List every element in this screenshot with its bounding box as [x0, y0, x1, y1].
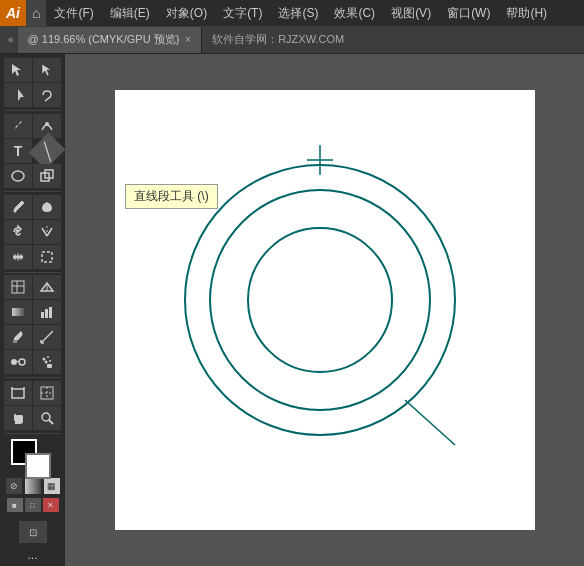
- artboard: [115, 90, 535, 530]
- svg-point-39: [210, 190, 430, 410]
- slice-tool[interactable]: [33, 381, 61, 405]
- more-tools-button[interactable]: ...: [27, 548, 37, 562]
- artboard-nav: ⊡: [19, 521, 47, 543]
- eyedropper-tools-row: [4, 325, 61, 349]
- tab-close-button[interactable]: ×: [185, 34, 191, 45]
- drawing-canvas: [115, 90, 535, 530]
- rotate-tool[interactable]: [4, 220, 32, 244]
- svg-point-24: [45, 361, 48, 364]
- menu-object[interactable]: 对象(O): [158, 0, 215, 26]
- artboard-tools-row: [4, 381, 61, 405]
- svg-point-5: [14, 209, 17, 212]
- svg-rect-16: [13, 340, 17, 343]
- toolbar-divider-5: [5, 433, 61, 434]
- selection-tool[interactable]: [4, 58, 32, 82]
- blend-tool[interactable]: [4, 350, 32, 374]
- svg-rect-14: [45, 309, 48, 318]
- chart-tool[interactable]: [33, 300, 61, 324]
- left-toolbar: T ╱: [0, 54, 65, 566]
- hand-tool[interactable]: [4, 406, 32, 430]
- svg-rect-7: [42, 252, 52, 262]
- gradient-icon[interactable]: [25, 478, 41, 494]
- color-mode-icons: ⊘ ▦: [6, 478, 60, 494]
- site-label: 软件自学网：RJZXW.COM: [202, 32, 354, 47]
- paintbrush-tool[interactable]: [4, 195, 32, 219]
- svg-rect-12: [12, 308, 24, 316]
- svg-rect-33: [14, 414, 16, 421]
- blend-tools-row: [4, 350, 61, 374]
- stroke-color[interactable]: [25, 453, 51, 479]
- svg-line-35: [49, 420, 53, 424]
- none-icon[interactable]: ⊘: [6, 478, 22, 494]
- home-icon[interactable]: ⌂: [26, 0, 46, 26]
- artboard-tool[interactable]: [4, 381, 32, 405]
- main-layout: T ╱: [0, 54, 584, 566]
- pen-tools-row: [4, 114, 61, 138]
- menu-effect[interactable]: 效果(C): [326, 0, 383, 26]
- mesh-tool[interactable]: [4, 275, 32, 299]
- paintbrush-tools-row: [4, 195, 61, 219]
- svg-line-41: [405, 400, 455, 445]
- svg-rect-26: [47, 364, 52, 368]
- color-buttons: ■ □ ✕: [7, 498, 59, 512]
- reflect-tool[interactable]: [33, 220, 61, 244]
- toolbar-divider-1: [5, 110, 61, 111]
- svg-line-17: [41, 331, 53, 343]
- svg-point-23: [47, 356, 49, 358]
- width-tool[interactable]: [4, 245, 32, 269]
- free-transform-tool[interactable]: [33, 245, 61, 269]
- svg-marker-0: [18, 89, 24, 101]
- measure-tool[interactable]: [33, 325, 61, 349]
- stroke-icon[interactable]: □: [25, 498, 41, 512]
- active-tab[interactable]: @ 119.66% (CMYK/GPU 预览) ×: [18, 27, 203, 53]
- svg-rect-15: [49, 307, 52, 318]
- color-swatches[interactable]: [11, 439, 55, 473]
- lasso-tools-row: [4, 83, 61, 107]
- menu-view[interactable]: 视图(V): [383, 0, 439, 26]
- rotate-tools-row: [4, 220, 61, 244]
- pattern-icon[interactable]: ▦: [44, 478, 60, 494]
- menu-help[interactable]: 帮助(H): [498, 0, 555, 26]
- ellipse-tool[interactable]: [4, 164, 32, 188]
- menu-text[interactable]: 文字(T): [215, 0, 270, 26]
- gradient-tools-row: [4, 300, 61, 324]
- canvas-area: 直线段工具 (\): [65, 54, 584, 566]
- direct-select-tool[interactable]: [33, 58, 61, 82]
- blob-brush-tool[interactable]: [33, 195, 61, 219]
- svg-rect-13: [41, 312, 44, 318]
- svg-rect-8: [12, 281, 24, 293]
- svg-point-22: [43, 358, 46, 361]
- artboard-nav-icon[interactable]: ⊡: [19, 521, 47, 543]
- none-stroke-icon[interactable]: ✕: [43, 498, 59, 512]
- eyedropper-tool[interactable]: [4, 325, 32, 349]
- menu-file[interactable]: 文件(F): [46, 0, 101, 26]
- toolbar-divider-3: [5, 272, 61, 273]
- symbol-sprayer-tool[interactable]: [33, 350, 61, 374]
- magic-wand-tool[interactable]: [4, 83, 32, 107]
- svg-point-21: [19, 359, 25, 365]
- svg-point-25: [49, 360, 51, 362]
- perspective-grid-tool[interactable]: [33, 275, 61, 299]
- mesh-tools-row: [4, 275, 61, 299]
- tab-label: @ 119.66% (CMYK/GPU 预览): [28, 32, 180, 47]
- tab-collapse-icon[interactable]: «: [4, 34, 18, 45]
- pen-tool[interactable]: [4, 114, 32, 138]
- svg-point-2: [12, 171, 24, 181]
- selection-tools-row: [4, 58, 61, 82]
- menu-select[interactable]: 选择(S): [270, 0, 326, 26]
- type-tools-row: T ╱: [4, 139, 61, 163]
- lasso-tool[interactable]: [33, 83, 61, 107]
- svg-point-20: [11, 359, 17, 365]
- zoom-tool[interactable]: [33, 406, 61, 430]
- menu-edit[interactable]: 编辑(E): [102, 0, 158, 26]
- type-tool[interactable]: T: [4, 139, 32, 163]
- shape-tools-row: [4, 164, 61, 188]
- menu-window[interactable]: 窗口(W): [439, 0, 498, 26]
- svg-point-1: [45, 122, 49, 126]
- fill-icon[interactable]: ■: [7, 498, 23, 512]
- shape-builder-tool[interactable]: [33, 164, 61, 188]
- app-logo: Ai: [0, 0, 26, 26]
- gradient-tool[interactable]: [4, 300, 32, 324]
- more-tools: ...: [27, 548, 37, 562]
- toolbar-divider-4: [5, 377, 61, 378]
